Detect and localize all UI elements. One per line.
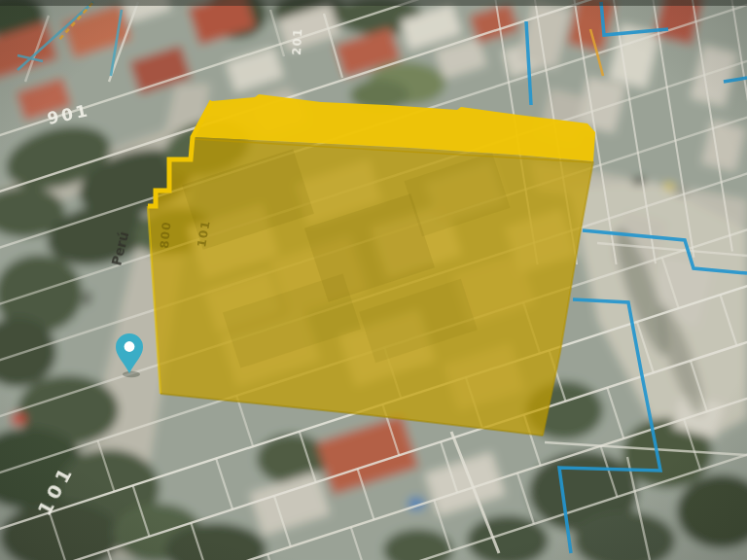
map-3d-viewport[interactable]: Perú 800 101 901 201 101 xyxy=(0,0,747,560)
under-volume-label-left: 800 xyxy=(158,221,173,249)
pin-shadow xyxy=(123,371,140,377)
map-scene: Perú 800 101 901 201 101 xyxy=(0,0,747,560)
zoning-volume[interactable] xyxy=(148,94,595,436)
parcel-label-201: 201 xyxy=(290,27,304,55)
pin-dot xyxy=(124,341,135,352)
